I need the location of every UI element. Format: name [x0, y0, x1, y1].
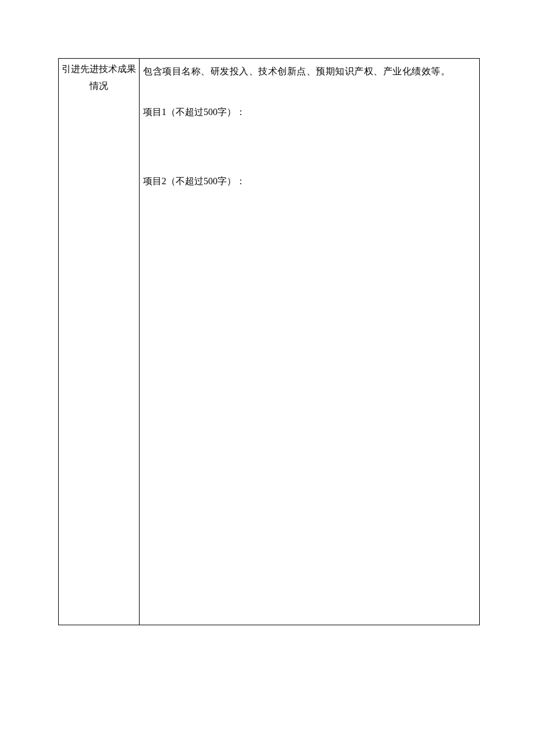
project-2-label: 项目2（不超过500字）：	[143, 174, 476, 188]
project-number: 2	[162, 176, 166, 186]
project-prefix: 项目	[143, 107, 162, 117]
project-number: 1	[162, 107, 166, 117]
description-text: 包含项目名称、研发投入、技术创新点、预期知识产权、产业化绩效等。	[143, 65, 476, 78]
limit-open: （不超过	[166, 176, 204, 186]
project-prefix: 项目	[143, 176, 162, 186]
document-page: 引进先进技术成果情况 包含项目名称、研发投入、技术创新点、预期知识产权、产业化绩…	[0, 0, 535, 625]
limit-number: 500	[204, 176, 217, 186]
limit-open: （不超过	[166, 107, 204, 117]
table-row: 引进先进技术成果情况 包含项目名称、研发投入、技术创新点、预期知识产权、产业化绩…	[59, 59, 480, 625]
content-cell: 包含项目名称、研发投入、技术创新点、预期知识产权、产业化绩效等。 项目1（不超过…	[140, 59, 480, 625]
project-1-label: 项目1（不超过500字）：	[143, 105, 476, 119]
row-label-cell: 引进先进技术成果情况	[59, 59, 140, 625]
row-label: 引进先进技术成果情况	[60, 61, 138, 95]
limit-close: 字）：	[217, 107, 245, 117]
limit-close: 字）：	[217, 176, 245, 186]
form-table: 引进先进技术成果情况 包含项目名称、研发投入、技术创新点、预期知识产权、产业化绩…	[58, 58, 480, 625]
limit-number: 500	[204, 107, 217, 117]
